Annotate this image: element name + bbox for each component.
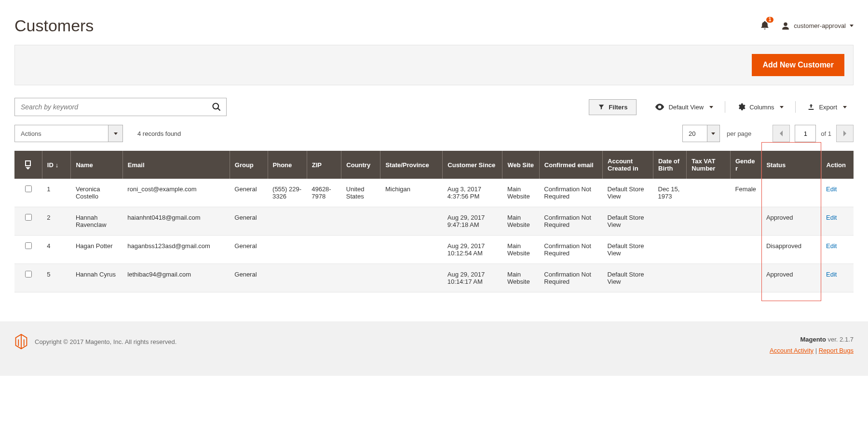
search-input[interactable] [15, 103, 207, 111]
table-row: 4Hagan Potterhaganbss123asd@gmail.comGen… [14, 236, 854, 264]
cell-country [341, 207, 380, 236]
user-menu[interactable]: customer-approval [781, 22, 854, 30]
search-button[interactable] [207, 102, 226, 112]
user-label: customer-approval [794, 22, 846, 29]
actions-label: Actions [15, 125, 108, 142]
customers-grid: ID↓ Name Email Group Phone ZIP Country S… [14, 151, 854, 292]
col-header-id[interactable]: ID↓ [42, 151, 71, 179]
cell-phone [268, 236, 307, 264]
export-label: Export [819, 104, 837, 111]
col-header-zip[interactable]: ZIP [307, 151, 341, 179]
cell-phone [268, 207, 307, 236]
footer-sep: | [815, 347, 819, 354]
col-header-customer-since[interactable]: Customer Since [443, 151, 502, 179]
columns-button[interactable]: Columns [730, 99, 790, 115]
cell-gender [730, 207, 761, 236]
cell-confirmed: Confirmation Not Required [539, 236, 602, 264]
col-header-confirmed[interactable]: Confirmed email [539, 151, 602, 179]
edit-link[interactable]: Edit [826, 214, 837, 221]
col-header-tax-vat[interactable]: Tax VAT Number [687, 151, 731, 179]
pager-prev-button[interactable] [773, 125, 790, 142]
edit-link[interactable]: Edit [826, 242, 837, 250]
cell-confirmed: Confirmation Not Required [539, 179, 602, 207]
export-icon [807, 103, 815, 111]
page-size-value: 20 [683, 125, 707, 142]
col-header-account-created-in[interactable]: Account Created in [603, 151, 653, 179]
chevron-down-icon [709, 106, 713, 108]
cell-account: Default Store View [603, 236, 653, 264]
cell-gender [730, 236, 761, 264]
default-view-button[interactable]: Default View [648, 100, 720, 115]
col-header-name[interactable]: Name [71, 151, 122, 179]
row-checkbox[interactable] [25, 185, 32, 192]
cell-since: Aug 29, 2017 9:47:18 AM [443, 207, 502, 236]
chevron-down-icon [850, 25, 854, 27]
col-header-group[interactable]: Group [230, 151, 268, 179]
cell-web: Main Website [502, 179, 539, 207]
cell-email: haganbss123asd@gmail.com [122, 236, 230, 264]
row-checkbox[interactable] [25, 271, 32, 277]
divider [725, 101, 725, 113]
cell-id: 4 [42, 236, 71, 264]
col-header-state[interactable]: State/Province [380, 151, 443, 179]
cell-group: General [230, 264, 268, 292]
chevron-right-icon [843, 131, 847, 136]
cell-dob: Dec 15, 1973 [653, 179, 687, 207]
per-page-label: per page [727, 130, 751, 137]
pager-current-input[interactable] [795, 125, 816, 142]
account-activity-link[interactable]: Account Activity [770, 347, 814, 354]
cell-country [341, 236, 380, 264]
cell-gender [730, 264, 761, 292]
cell-zip: 49628-7978 [307, 179, 341, 207]
filters-button[interactable]: Filters [589, 99, 637, 115]
col-header-dob[interactable]: Date of Birth [653, 151, 687, 179]
col-header-country[interactable]: Country [341, 151, 380, 179]
actions-dropdown[interactable] [108, 125, 122, 142]
row-checkbox[interactable] [25, 242, 32, 249]
chevron-down-icon [780, 106, 784, 108]
row-checkbox[interactable] [25, 214, 32, 221]
edit-link[interactable]: Edit [826, 271, 837, 278]
cell-since: Aug 29, 2017 10:12:54 AM [443, 236, 502, 264]
cell-group: General [230, 236, 268, 264]
cell-state [380, 264, 443, 292]
cell-name: Hannah Ravenclaw [71, 207, 122, 236]
cell-name: Hagan Potter [71, 236, 122, 264]
page-size-dropdown[interactable] [707, 125, 719, 142]
cell-dob [653, 236, 687, 264]
col-header-gender[interactable]: Gender [730, 151, 761, 179]
footer-copyright: Copyright © 2017 Magento, Inc. All right… [35, 338, 176, 345]
add-new-customer-button[interactable]: Add New Customer [752, 54, 844, 76]
col-header-select[interactable] [14, 151, 42, 179]
export-button[interactable]: Export [800, 99, 854, 115]
col-header-phone[interactable]: Phone [268, 151, 307, 179]
cell-id: 2 [42, 207, 71, 236]
table-row: 1Veronica Costelloroni_cost@example.comG… [14, 179, 854, 207]
gear-icon [737, 103, 746, 111]
edit-link[interactable]: Edit [826, 185, 837, 193]
col-header-action[interactable]: Action [821, 151, 854, 179]
pager-next-button[interactable] [836, 125, 854, 142]
col-header-website[interactable]: Web Site [502, 151, 539, 179]
table-row: 2Hannah Ravenclawhaianhnt0418@gmail.comG… [14, 207, 854, 236]
filters-label: Filters [609, 104, 627, 111]
funnel-icon [598, 104, 605, 110]
col-header-status[interactable]: Status [761, 151, 821, 179]
cell-group: General [230, 207, 268, 236]
chevron-down-icon [114, 132, 118, 135]
report-bugs-link[interactable]: Report Bugs [819, 347, 854, 354]
pager-of: of 1 [821, 130, 831, 137]
footer-brand: Magento [800, 336, 826, 343]
cell-status [761, 179, 821, 207]
cell-account: Default Store View [603, 264, 653, 292]
cell-zip [307, 207, 341, 236]
cell-vat [687, 236, 731, 264]
col-header-email[interactable]: Email [122, 151, 230, 179]
columns-label: Columns [749, 104, 774, 111]
cell-web: Main Website [502, 264, 539, 292]
cell-email: haianhnt0418@gmail.com [122, 207, 230, 236]
chevron-left-icon [779, 131, 783, 136]
page-title: Customers [14, 16, 94, 35]
cell-group: General [230, 179, 268, 207]
notifications-button[interactable]: 1 [760, 20, 770, 32]
